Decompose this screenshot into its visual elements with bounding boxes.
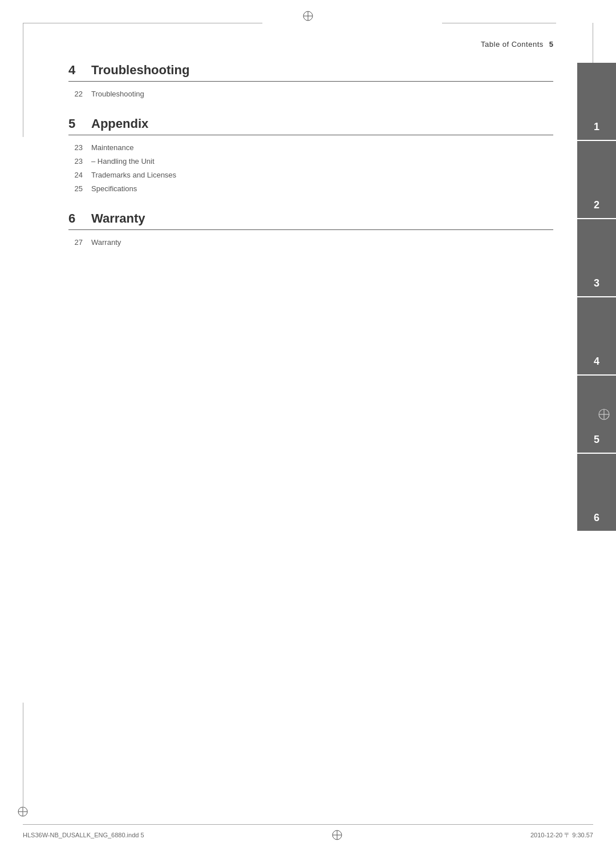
side-tab-6-number: 6 xyxy=(594,512,599,524)
footer-timestamp: 2010-12-20 〒 9:30.57 xyxy=(530,831,593,840)
item-title: – Handling the Unit xyxy=(91,157,155,166)
page-header: Table of Contents 5 xyxy=(481,40,553,49)
section-4-number: 4 xyxy=(68,63,80,78)
item-title: Maintenance xyxy=(91,143,133,152)
section-4-items: 22 Troubleshooting xyxy=(68,88,553,99)
list-item: 22 Troubleshooting xyxy=(68,88,553,99)
section-6-title: Warranty xyxy=(91,211,145,226)
page-footer: HLS36W-NB_DUSALLK_ENG_6880.indd 5 2010-1… xyxy=(23,824,593,841)
item-page: 23 xyxy=(68,143,83,152)
side-tab-2: 2 xyxy=(577,141,616,218)
section-5-header: 5 Appendix xyxy=(68,116,553,135)
list-item: 23 – Handling the Unit xyxy=(68,156,553,167)
border-left-top xyxy=(23,23,23,137)
section-4-title: Troubleshooting xyxy=(91,63,189,78)
item-page: 23 xyxy=(68,157,83,166)
section-5-items: 23 Maintenance 23 – Handling the Unit 24… xyxy=(68,142,553,194)
main-content: 4 Troubleshooting 22 Troubleshooting 5 A… xyxy=(68,63,553,805)
item-title: Trademarks and Licenses xyxy=(91,171,176,179)
item-page: 22 xyxy=(68,90,83,98)
item-title: Warranty xyxy=(91,238,121,247)
compass-icon xyxy=(598,408,610,421)
footer-filename: HLS36W-NB_DUSALLK_ENG_6880.indd 5 xyxy=(23,832,144,838)
side-tab-5-number: 5 xyxy=(594,434,599,446)
list-item: 25 Specifications xyxy=(68,183,553,194)
section-6-header: 6 Warranty xyxy=(68,211,553,230)
list-item: 23 Maintenance xyxy=(68,142,553,153)
side-tabs: 1 2 3 4 5 6 xyxy=(577,63,616,532)
registration-mark-top xyxy=(302,10,314,22)
header-title: Table of Contents xyxy=(481,40,544,49)
side-tab-2-number: 2 xyxy=(594,199,599,211)
section-5-title: Appendix xyxy=(91,116,148,131)
item-page: 25 xyxy=(68,184,83,193)
item-page: 24 xyxy=(68,171,83,179)
side-tab-4: 4 xyxy=(577,297,616,374)
side-tab-1: 1 xyxy=(577,63,616,140)
side-tab-6: 6 xyxy=(577,454,616,531)
item-title: Troubleshooting xyxy=(91,90,144,98)
border-left-bottom xyxy=(23,703,23,817)
section-4: 4 Troubleshooting 22 Troubleshooting xyxy=(68,63,553,99)
border-top-left xyxy=(23,23,262,23)
side-tab-5: 5 xyxy=(577,376,616,453)
header-page-number: 5 xyxy=(549,40,553,49)
side-tab-4-number: 4 xyxy=(594,356,599,368)
item-page: 27 xyxy=(68,238,83,247)
side-tab-1-number: 1 xyxy=(594,121,599,133)
section-5: 5 Appendix 23 Maintenance 23 – Handling … xyxy=(68,116,553,194)
side-tab-3: 3 xyxy=(577,219,616,296)
footer-registration-mark xyxy=(331,829,343,841)
side-tab-3-number: 3 xyxy=(594,277,599,289)
section-6-number: 6 xyxy=(68,211,80,226)
section-6: 6 Warranty 27 Warranty xyxy=(68,211,553,248)
list-item: 27 Warranty xyxy=(68,237,553,248)
section-6-items: 27 Warranty xyxy=(68,237,553,248)
list-item: 24 Trademarks and Licenses xyxy=(68,170,553,180)
item-title: Specifications xyxy=(91,184,137,193)
border-top-right xyxy=(442,23,556,23)
section-5-number: 5 xyxy=(68,116,80,131)
section-4-header: 4 Troubleshooting xyxy=(68,63,553,82)
